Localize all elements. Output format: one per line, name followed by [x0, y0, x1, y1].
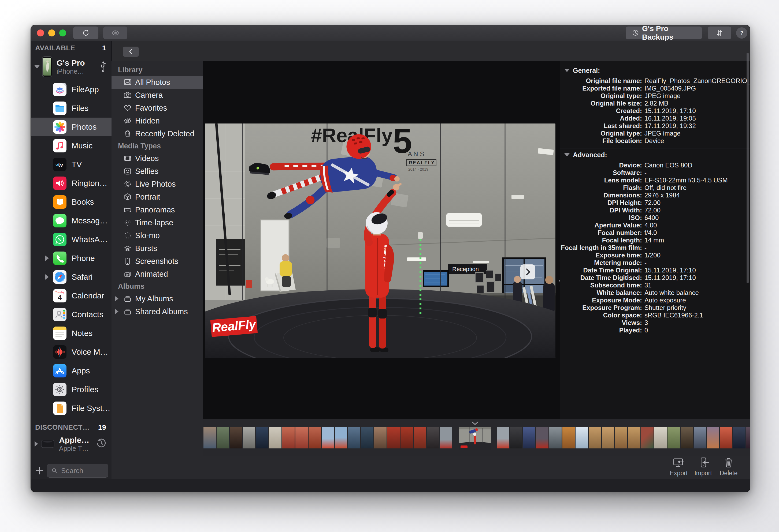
thumbnail[interactable] — [641, 427, 654, 449]
sidebar-item-voice-m[interactable]: Voice M… — [31, 343, 112, 361]
thumbnail[interactable] — [203, 427, 216, 449]
sidebar-device-gs-pro[interactable]: G's Pro iPhone… — [31, 53, 112, 80]
thumbnail[interactable] — [628, 427, 641, 449]
thumbnail[interactable] — [510, 427, 522, 449]
sidebar-item-calendar[interactable]: Tuesday4Calendar — [31, 286, 112, 305]
library-item-shared-albums[interactable]: Shared Albums — [112, 305, 203, 318]
sidebar-item-whatsa[interactable]: WhatsA… — [31, 230, 112, 249]
thumbnail[interactable] — [746, 427, 750, 449]
thumbnail[interactable] — [694, 427, 706, 449]
library-item-slo-mo[interactable]: Slo-mo — [112, 229, 203, 242]
sidebar-item-music[interactable]: Music — [31, 136, 112, 155]
zoom-button[interactable] — [59, 29, 66, 37]
sidebar-item-profiles[interactable]: Profiles — [31, 380, 112, 399]
thumbnail[interactable] — [230, 427, 242, 449]
thumbnail[interactable] — [361, 427, 373, 449]
library-item-portrait[interactable]: Portrait — [112, 191, 203, 203]
sidebar-item-phone[interactable]: Phone — [31, 249, 112, 268]
search-input[interactable] — [61, 466, 104, 475]
back-button[interactable] — [123, 47, 139, 57]
add-device-button[interactable] — [34, 465, 45, 476]
transfer-button[interactable] — [708, 26, 731, 40]
thumbnail[interactable] — [681, 427, 693, 449]
thumbnail[interactable] — [401, 427, 413, 449]
thumbnail[interactable] — [269, 427, 282, 449]
library-item-live-photos[interactable]: Live Photos — [112, 178, 203, 191]
thumbnail[interactable] — [335, 427, 347, 449]
help-button[interactable]: ? — [736, 27, 747, 39]
disclosure-right-icon[interactable] — [45, 274, 49, 280]
details-scrollbar[interactable] — [746, 53, 749, 283]
close-button[interactable] — [37, 29, 44, 37]
thumbnail[interactable] — [348, 427, 360, 449]
sidebar-item-rington[interactable]: Rington… — [31, 174, 112, 193]
thumbnail[interactable] — [308, 427, 321, 449]
search-field[interactable] — [47, 464, 108, 478]
sidebar-item-books[interactable]: Books — [31, 193, 112, 211]
sidebar-item-fileapp[interactable]: FileApp — [31, 80, 112, 99]
library-item-camera[interactable]: Camera — [112, 89, 203, 102]
thumbnail-selected[interactable] — [459, 427, 491, 450]
library-item-time-lapse[interactable]: Time-lapse — [112, 216, 203, 229]
sidebar-item-apps[interactable]: Apps — [31, 361, 112, 380]
next-photo-button[interactable] — [520, 264, 535, 279]
thumbnail[interactable] — [322, 427, 334, 449]
disclosure-right-icon[interactable] — [45, 256, 49, 261]
sidebar-item-contacts[interactable]: Contacts — [31, 305, 112, 324]
sidebar-item-safari[interactable]: Safari — [31, 268, 112, 286]
delete-button[interactable]: Delete — [713, 457, 745, 477]
thumbnail[interactable] — [654, 427, 667, 449]
disclosure-right-icon[interactable] — [115, 296, 118, 301]
thumbnail[interactable] — [387, 427, 400, 449]
thumbnail[interactable] — [414, 427, 426, 449]
sidebar-item-notes[interactable]: Notes — [31, 324, 112, 343]
advanced-section-header[interactable]: Advanced: — [560, 151, 750, 158]
thumbnail[interactable] — [589, 427, 601, 449]
collapse-strip-chevron-icon[interactable] — [471, 420, 479, 426]
thumbnail[interactable] — [440, 427, 452, 449]
sidebar-item-tv[interactable]: tvTV — [31, 155, 112, 174]
thumbnail[interactable] — [536, 427, 548, 449]
thumbnail[interactable] — [282, 427, 295, 449]
thumbnail[interactable] — [615, 427, 627, 449]
thumbnail[interactable] — [497, 427, 509, 449]
thumbnail[interactable] — [295, 427, 308, 449]
thumbnail[interactable] — [256, 427, 268, 449]
thumbnail[interactable] — [707, 427, 719, 449]
thumbnail[interactable] — [374, 427, 386, 449]
disclosure-right-icon[interactable] — [115, 309, 118, 314]
thumbnail[interactable] — [243, 427, 255, 449]
thumbnail[interactable] — [562, 427, 575, 449]
refresh-button[interactable] — [73, 26, 98, 40]
sidebar-item-messag[interactable]: Messag… — [31, 211, 112, 230]
thumbnail[interactable] — [576, 427, 588, 449]
library-item-selfies[interactable]: Selfies — [112, 165, 203, 178]
library-item-screenshots[interactable]: Screenshots — [112, 255, 203, 268]
disclosure-down-icon[interactable] — [34, 65, 40, 69]
minimize-button[interactable] — [48, 29, 55, 37]
general-section-header[interactable]: General: — [560, 67, 750, 74]
disclosure-right-icon[interactable] — [35, 441, 38, 447]
thumbnail[interactable] — [602, 427, 614, 449]
preview-button[interactable] — [103, 26, 127, 40]
library-item-recently-deleted[interactable]: Recently Deleted — [112, 127, 203, 140]
library-item-bursts[interactable]: Bursts — [112, 242, 203, 255]
thumbnail[interactable] — [733, 427, 745, 449]
library-item-panoramas[interactable]: Panoramas — [112, 203, 203, 216]
sidebar-item-file-syst[interactable]: File Syst… — [31, 399, 112, 418]
backups-button[interactable]: G's Pro Backups — [626, 26, 702, 40]
sidebar-item-photos[interactable]: Photos — [31, 118, 112, 136]
library-item-my-albums[interactable]: My Albums — [112, 292, 203, 305]
sidebar-item-files[interactable]: Files — [31, 99, 112, 118]
library-item-favorites[interactable]: Favorites — [112, 102, 203, 114]
library-item-hidden[interactable]: Hidden — [112, 114, 203, 127]
thumbnail[interactable] — [720, 427, 732, 449]
thumbnail[interactable] — [217, 427, 229, 449]
thumbnail[interactable] — [523, 427, 535, 449]
library-item-all-photos[interactable]: All Photos — [112, 76, 203, 89]
thumbnail[interactable] — [427, 427, 439, 449]
library-item-animated[interactable]: Animated — [112, 268, 203, 280]
thumbnail[interactable] — [549, 427, 561, 449]
thumbnail[interactable] — [667, 427, 680, 449]
sidebar-device-apple-tv[interactable]: Apple… Apple T… — [31, 433, 112, 455]
